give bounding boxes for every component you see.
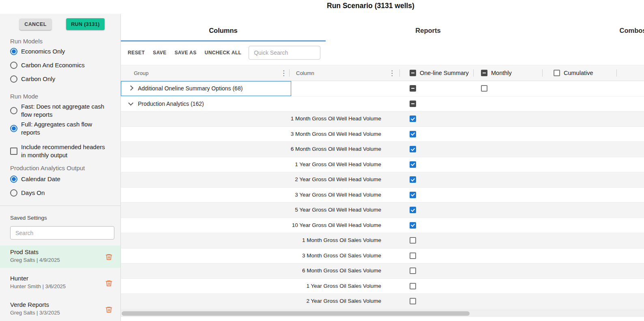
oneline-summary-checkbox[interactable]: [410, 176, 416, 183]
trash-icon[interactable]: [105, 305, 113, 314]
column-row[interactable]: 1 Year Gross Oil Sales Volume: [121, 279, 644, 294]
radio-carbon-only[interactable]: Carbon Only: [10, 75, 114, 83]
column-row[interactable]: 6 Month Gross Oil Sales Volume: [121, 263, 644, 279]
run-button[interactable]: RUN (3131): [66, 18, 105, 30]
saved-setting-item[interactable]: Verde Reports Greg Salts | 3/3/2025: [0, 298, 120, 321]
column-row[interactable]: 5 Year Gross Oil Well Head Volume: [121, 203, 644, 218]
oneline-summary-checkbox[interactable]: [410, 298, 416, 304]
saved-setting-item[interactable]: Hunter Hunter Smith | 3/6/2025: [0, 272, 120, 294]
saved-settings-search-input[interactable]: [10, 226, 114, 240]
radio-economics-only[interactable]: Economics Only: [10, 47, 114, 56]
radio-icon[interactable]: [10, 107, 17, 114]
group-column-header: Group: [134, 70, 148, 76]
cancel-button[interactable]: CANCEL: [19, 19, 52, 30]
radio-icon[interactable]: [10, 175, 17, 183]
table-rows: Additional Oneline Summary Options (68)P…: [121, 81, 644, 310]
trash-icon[interactable]: [105, 253, 113, 261]
group-menu-icon[interactable]: [280, 69, 286, 77]
radio-label: Economics Only: [21, 47, 65, 56]
oneline-summary-checkbox[interactable]: [410, 207, 416, 213]
saved-setting-meta: Hunter Smith | 3/6/2025: [10, 283, 110, 289]
oneline-summary-checkbox[interactable]: [410, 192, 416, 198]
save-as-button[interactable]: SAVE AS: [170, 45, 200, 60]
radio-calendar-date[interactable]: Calendar Date: [10, 175, 114, 183]
saved-setting-name: Hunter: [10, 275, 110, 282]
oneline-summary-checkbox[interactable]: [410, 131, 416, 137]
header-divider: [473, 69, 474, 77]
column-row[interactable]: 2 Year Gross Oil Sales Volume: [121, 294, 644, 309]
column-menu-icon[interactable]: [389, 69, 394, 77]
expand-chevron-icon[interactable]: [128, 86, 133, 91]
oneline-summary-checkbox[interactable]: [410, 101, 416, 107]
page-title: Run Scenario (3131 wells): [327, 2, 414, 10]
oneline-summary-checkbox[interactable]: [410, 253, 416, 259]
group-row[interactable]: Additional Oneline Summary Options (68): [121, 81, 644, 96]
radio-full-mode[interactable]: Full: Aggregates cash flow reports: [10, 119, 114, 138]
oneline-summary-header-checkbox[interactable]: [410, 70, 416, 76]
trash-icon[interactable]: [105, 279, 113, 287]
include-recommended-headers-checkbox-row[interactable]: Include recommended headers in monthly o…: [10, 142, 114, 160]
oneline-summary-header-label: One-line Summary: [420, 70, 469, 76]
tab-columns[interactable]: Columns: [121, 19, 326, 41]
saved-setting-meta: Greg Salts | 4/9/2025: [10, 257, 110, 263]
tab-bar: Columns Reports Combos: [121, 19, 644, 41]
tab-reports[interactable]: Reports: [326, 19, 530, 41]
radio-label: Carbon And Economics: [21, 61, 85, 69]
horizontal-scrollbar[interactable]: [121, 310, 644, 317]
saved-setting-item[interactable]: Prod Stats Greg Salts | 4/9/2025: [0, 246, 120, 268]
oneline-summary-checkbox[interactable]: [410, 161, 416, 168]
column-row[interactable]: 6 Month Gross Oil Well Head Volume: [121, 142, 644, 157]
oneline-summary-checkbox[interactable]: [410, 85, 416, 92]
scrollbar-thumb[interactable]: [122, 311, 470, 316]
cumulative-header-checkbox[interactable]: [554, 70, 560, 76]
column-row[interactable]: 1 Month Gross Oil Sales Volume: [121, 233, 644, 248]
oneline-summary-checkbox[interactable]: [410, 116, 416, 122]
column-row[interactable]: 3 Year Gross Oil Well Head Volume: [121, 188, 644, 203]
radio-label: Fast: Does not aggregate cash flow repor…: [21, 103, 110, 119]
quick-search-input[interactable]: [249, 46, 320, 60]
oneline-summary-checkbox[interactable]: [410, 283, 416, 289]
radio-icon[interactable]: [10, 62, 17, 69]
collapse-chevron-icon[interactable]: [128, 101, 133, 106]
column-row[interactable]: 1 Year Gross Oil Well Head Volume: [121, 157, 644, 173]
column-label: 3 Month Gross Oil Well Head Volume: [291, 127, 381, 142]
column-label: 6 Month Gross Oil Well Head Volume: [291, 142, 381, 157]
radio-icon[interactable]: [10, 189, 17, 197]
reset-button[interactable]: RESET: [124, 45, 149, 60]
column-row[interactable]: 2 Year Gross Oil Well Head Volume: [121, 172, 644, 188]
radio-fast-mode[interactable]: Fast: Does not aggregate cash flow repor…: [10, 101, 114, 120]
column-label: 6 Month Gross Oil Sales Volume: [302, 263, 381, 278]
uncheck-all-button[interactable]: UNCHECK ALL: [201, 45, 246, 60]
tab-combos[interactable]: Combos: [530, 19, 644, 41]
column-column-header: Column: [296, 70, 314, 76]
tab-label: Combos: [620, 27, 644, 34]
radio-days-on[interactable]: Days On: [10, 189, 114, 197]
radio-label: Days On: [21, 189, 45, 197]
monthly-header-checkbox[interactable]: [481, 70, 487, 76]
radio-icon[interactable]: [10, 125, 17, 132]
run-models-label: Run Models: [10, 38, 43, 45]
group-label: Additional Oneline Summary Options (68): [138, 81, 243, 96]
column-row[interactable]: 3 Month Gross Oil Well Head Volume: [121, 127, 644, 142]
column-label: 2 Year Gross Oil Well Head Volume: [295, 172, 381, 187]
oneline-summary-checkbox[interactable]: [410, 237, 416, 244]
oneline-summary-checkbox[interactable]: [410, 268, 416, 274]
radio-icon[interactable]: [10, 75, 17, 83]
column-row[interactable]: 10 Year Gross Oil Well Head Volume: [121, 218, 644, 233]
radio-icon[interactable]: [10, 48, 17, 55]
header-divider: [289, 69, 290, 77]
save-button[interactable]: SAVE: [149, 45, 170, 60]
checkbox-icon[interactable]: [10, 148, 17, 155]
group-row[interactable]: Production Analytics (162): [121, 96, 644, 112]
table-header: Group Column One-line Summary Monthly Cu…: [121, 65, 644, 81]
radio-carbon-and-economics[interactable]: Carbon And Economics: [10, 61, 114, 69]
column-row[interactable]: 1 Month Gross Oil Well Head Volume: [121, 111, 644, 127]
sidebar: CANCEL RUN (3131) Run Models Economics O…: [0, 14, 120, 321]
column-row[interactable]: 3 Month Gross Oil Sales Volume: [121, 248, 644, 264]
monthly-checkbox[interactable]: [481, 85, 487, 92]
column-label: 1 Month Gross Oil Well Head Volume: [291, 111, 381, 126]
oneline-summary-checkbox[interactable]: [410, 222, 416, 229]
production-analytics-output-label: Production Analytics Output: [10, 165, 85, 171]
oneline-summary-checkbox[interactable]: [410, 146, 416, 152]
column-label: 1 Year Gross Oil Sales Volume: [306, 279, 381, 294]
